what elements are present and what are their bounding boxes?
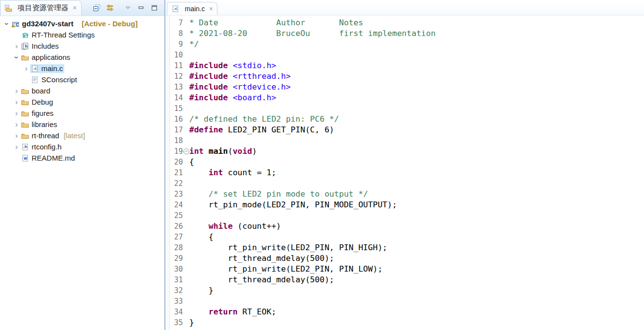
code-text[interactable]: int count = 1; (189, 167, 276, 178)
code-text[interactable]: } (189, 317, 194, 328)
code-line-22[interactable]: 22 (165, 178, 644, 189)
code-line-25[interactable]: 25 (165, 210, 644, 221)
code-text[interactable]: return RT_EOK; (189, 307, 276, 317)
code-text[interactable]: rt_pin_write(LED2_PIN, PIN_LOW); (189, 264, 382, 275)
code-text[interactable]: #include <stdio.h> (189, 60, 276, 71)
code-editor[interactable]: 7* Date Author Notes8* 2021-08-20 BruceO… (165, 16, 644, 330)
tab-main-c[interactable]: .c main.c ✕ (167, 2, 217, 15)
tree-item-decoration: [latest] (64, 131, 85, 140)
tree-item-gd32407v-start[interactable]: ›Cgd32407v-start[Active - Debug] (0, 18, 164, 29)
line-number: 27 (170, 233, 183, 241)
code-text[interactable]: /* defined the LED2 pin: PC6 */ (189, 114, 339, 125)
code-line-13[interactable]: 13#include <rtdevice.h> (165, 82, 644, 92)
tree-item-includes[interactable]: ›hIncludes (0, 40, 164, 52)
code-line-16[interactable]: 16/* defined the LED2 pin: PC6 */ (165, 114, 644, 125)
tree-item-core: applications (20, 53, 72, 62)
code-text[interactable]: } (189, 285, 214, 296)
svg-text:C: C (16, 23, 19, 27)
tree-item-rtconfig-h[interactable]: ›.hrtconfig.h (0, 141, 164, 152)
chevron-collapsed-icon[interactable]: › (22, 65, 30, 73)
code-line-24[interactable]: 24 rt_pin_mode(LED2_PIN, PIN_MODE_OUTPUT… (165, 200, 644, 210)
maximize-button[interactable] (150, 3, 159, 12)
tree-item-label: applications (32, 54, 70, 61)
code-line-8[interactable]: 8* 2021-08-20 BruceOu first implementati… (165, 28, 644, 39)
fold-column (183, 148, 189, 154)
view-menu-button[interactable] (124, 3, 132, 12)
code-text[interactable]: * Date Author Notes (189, 18, 363, 28)
code-line-10[interactable]: 10 (165, 50, 644, 60)
folder-icon (21, 98, 29, 106)
code-line-15[interactable]: 15 (165, 103, 644, 114)
close-icon[interactable]: ✕ (209, 6, 213, 12)
chevron-collapsed-icon[interactable]: › (13, 98, 20, 106)
chevron-collapsed-icon[interactable]: › (13, 87, 20, 95)
minimize-button[interactable] (137, 3, 145, 12)
code-line-20[interactable]: 20{ (165, 157, 644, 167)
chevron-collapsed-icon[interactable]: › (13, 121, 20, 128)
tree-item-debug[interactable]: ›Debug (0, 96, 164, 108)
chevron-collapsed-icon[interactable]: › (13, 132, 20, 140)
code-line-14[interactable]: 14#include <board.h> (165, 92, 644, 103)
code-line-18[interactable]: 18 (165, 135, 644, 146)
code-line-26[interactable]: 26 while (count++) (165, 221, 644, 232)
tree-item-figures[interactable]: ›figures (0, 108, 164, 119)
close-icon[interactable]: ✕ (72, 5, 77, 11)
code-line-19[interactable]: 19int main(void) (165, 146, 644, 157)
line-number: 8 (170, 29, 183, 38)
code-text[interactable]: int main(void) (189, 146, 257, 157)
tree-item-libraries[interactable]: ›libraries (0, 119, 164, 130)
line-number: 30 (170, 265, 183, 274)
code-text[interactable]: #include <rtdevice.h> (189, 82, 291, 92)
code-line-32[interactable]: 32 } (165, 285, 644, 296)
tree-item-label: rtconfig.h (32, 143, 62, 150)
code-text[interactable]: rt_pin_write(LED2_PIN, PIN_HIGH); (189, 242, 387, 253)
code-text[interactable]: rt_thread_mdelay(500); (189, 253, 334, 264)
code-text[interactable]: #include <board.h> (189, 92, 276, 103)
code-text[interactable]: */ (189, 39, 199, 50)
chevron-expanded-icon[interactable]: › (3, 20, 11, 28)
code-line-27[interactable]: 27 { (165, 232, 644, 242)
code-text[interactable]: rt_pin_mode(LED2_PIN, PIN_MODE_OUTPUT); (189, 200, 397, 210)
tree-item-readme-md[interactable]: ›wREADME.md (0, 152, 164, 164)
code-line-31[interactable]: 31 rt_thread_mdelay(500); (165, 275, 644, 285)
code-text[interactable]: /* set LED2 pin mode to output */ (189, 189, 368, 200)
chevron-expanded-icon[interactable]: › (13, 54, 20, 61)
chevron-collapsed-icon[interactable]: › (13, 110, 20, 117)
code-line-21[interactable]: 21 int count = 1; (165, 167, 644, 178)
tree-item-main-c[interactable]: ›.cmain.c (0, 63, 164, 74)
code-line-11[interactable]: 11#include <stdio.h> (165, 60, 644, 71)
tree-item-label: gd32407v-start (22, 20, 73, 27)
code-text[interactable]: rt_thread_mdelay(500); (189, 275, 334, 285)
code-line-33[interactable]: 33 (165, 296, 644, 307)
tree-item-applications[interactable]: ›applications (0, 52, 164, 63)
code-line-17[interactable]: 17#define LED2_PIN GET_PIN(C, 6) (165, 125, 644, 135)
tree-item-rt-thread[interactable]: ›rt-thread[latest] (0, 130, 164, 141)
code-text[interactable]: #define LED2_PIN GET_PIN(C, 6) (189, 125, 334, 135)
chevron-collapsed-icon[interactable]: › (13, 42, 20, 50)
fold-collapse-icon[interactable] (183, 148, 189, 154)
code-line-28[interactable]: 28 rt_pin_write(LED2_PIN, PIN_HIGH); (165, 242, 644, 253)
code-text[interactable]: * 2021-08-20 BruceOu first implementatio… (189, 28, 436, 39)
collapse-all-button[interactable] (92, 3, 101, 12)
code-text[interactable]: { (189, 232, 214, 242)
code-line-30[interactable]: 30 rt_pin_write(LED2_PIN, PIN_LOW); (165, 264, 644, 275)
tree-item-board[interactable]: ›board (0, 85, 164, 96)
code-text[interactable]: #include <rtthread.h> (189, 71, 291, 82)
code-line-12[interactable]: 12#include <rtthread.h> (165, 71, 644, 82)
code-line-29[interactable]: 29 rt_thread_mdelay(500); (165, 253, 644, 264)
code-line-9[interactable]: 9*/ (165, 39, 644, 50)
code-line-35[interactable]: 35} (165, 317, 644, 328)
code-line-34[interactable]: 34 return RT_EOK; (165, 307, 644, 317)
code-line-23[interactable]: 23 /* set LED2 pin mode to output */ (165, 189, 644, 200)
tree-item-core: Cgd32407v-start (11, 19, 75, 28)
code-text[interactable]: while (count++) (189, 221, 281, 232)
line-number: 31 (170, 275, 183, 284)
tab-project-explorer[interactable]: 项目资源管理器 ✕ (0, 0, 82, 16)
code-line-7[interactable]: 7* Date Author Notes (165, 18, 644, 28)
code-text[interactable]: { (189, 157, 194, 167)
folder-icon (21, 121, 29, 128)
link-with-editor-button[interactable] (106, 3, 114, 12)
chevron-collapsed-icon[interactable]: › (13, 143, 20, 151)
tree-item-rt-thread-settings[interactable]: ›RTRT-Thread Settings (0, 29, 164, 40)
tree-item-sconscript[interactable]: ›SConscript (0, 74, 164, 85)
